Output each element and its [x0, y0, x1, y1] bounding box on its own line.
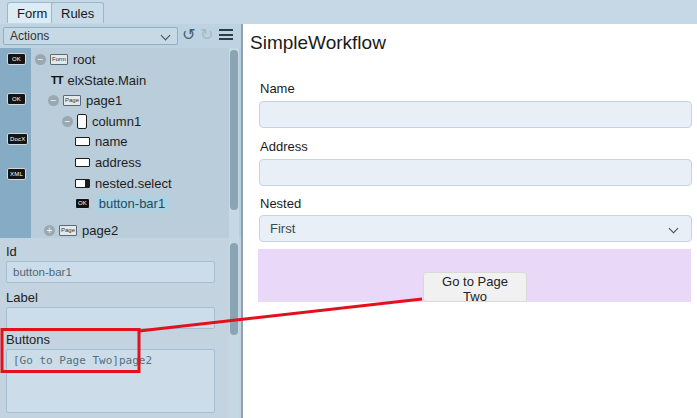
actions-toolbar: Actions ↺ ↻ [0, 24, 242, 49]
form-icon: Form [50, 54, 68, 65]
buttons-field-textarea[interactable]: [Go to Page Two]page2 [6, 349, 215, 413]
tab-rules[interactable]: Rules [51, 2, 104, 23]
page-icon: Page [59, 225, 77, 236]
tree-item-name[interactable]: name [75, 131, 128, 151]
tree-item-page2[interactable]: + Page page2 [44, 220, 118, 240]
tree-item-button-bar1[interactable]: OK button-bar1 [75, 193, 169, 213]
go-to-page-two-button[interactable]: Go to Page Two [423, 272, 527, 302]
redo-icon[interactable]: ↻ [200, 25, 213, 44]
designer-left-panel: Actions ↺ ↻ OK OK DocX XML − Form root T… [0, 24, 242, 418]
text-input-icon [75, 158, 90, 167]
actions-dropdown-label: Actions [10, 29, 49, 43]
button-bar-icon: OK [75, 198, 90, 209]
page-icon: Page [63, 95, 81, 106]
text-input-icon [75, 137, 90, 146]
chevron-down-icon [669, 224, 679, 234]
name-field-input[interactable] [259, 101, 692, 128]
tree-item-label: column1 [92, 114, 141, 129]
tree-item-page1[interactable]: − Page page1 [48, 90, 122, 110]
name-field-label: Name [260, 81, 295, 96]
collapse-toggle-icon[interactable]: − [48, 95, 59, 106]
nested-select[interactable]: First [259, 215, 692, 242]
tree-item-label: page2 [82, 223, 118, 238]
tree-scrollbar-thumb[interactable] [230, 50, 238, 210]
palette-item-xml[interactable]: XML [7, 168, 26, 180]
palette-item-ok-button[interactable]: OK [7, 53, 26, 65]
label-field-input[interactable] [6, 307, 215, 329]
chevron-down-icon [161, 31, 171, 41]
label-field-label: Label [6, 290, 38, 305]
select-input-icon [75, 179, 90, 188]
tree-item-root[interactable]: − Form root [35, 49, 95, 69]
tree-item-label: address [95, 155, 141, 170]
nested-select-value: First [270, 221, 295, 236]
buttons-field-label: Buttons [6, 332, 50, 347]
top-tab-bar: Form Rules [0, 0, 697, 25]
column-icon [77, 114, 87, 129]
form-tree: − Form root TT elxState.Main − Page page… [31, 48, 242, 238]
component-palette: OK OK DocX XML [0, 48, 32, 238]
address-field-input[interactable] [259, 159, 692, 186]
tree-item-elxstate-main[interactable]: TT elxState.Main [51, 70, 146, 90]
tree-item-label-selected: button-bar1 [95, 195, 170, 212]
tree-scrollbar[interactable] [229, 48, 239, 238]
properties-panel: Id Label Buttons [Go to Page Two]page2 [0, 238, 242, 418]
tree-item-column1[interactable]: − column1 [62, 111, 141, 131]
form-title: SimpleWorkflow [250, 32, 386, 54]
tree-item-label: name [95, 134, 128, 149]
collapse-toggle-icon[interactable]: − [35, 54, 46, 65]
id-field-input[interactable] [6, 261, 215, 283]
properties-scrollbar-thumb[interactable] [230, 243, 238, 335]
nested-field-label: Nested [260, 196, 301, 211]
id-field-label: Id [6, 244, 17, 259]
tree-item-address[interactable]: address [75, 152, 141, 172]
undo-icon[interactable]: ↺ [182, 25, 195, 44]
state-icon: TT [51, 74, 62, 86]
actions-dropdown[interactable]: Actions [3, 27, 178, 45]
form-preview-panel: SimpleWorkflow Name Address Nested First… [243, 24, 697, 418]
tree-item-label: page1 [86, 93, 122, 108]
collapse-toggle-icon[interactable]: − [62, 116, 73, 127]
tree-item-nested-select[interactable]: nested.select [75, 173, 172, 193]
palette-item-docx[interactable]: DocX [7, 133, 28, 145]
tree-item-label: root [73, 52, 95, 67]
tree-item-label: elxState.Main [67, 73, 146, 88]
properties-scrollbar[interactable] [229, 238, 239, 418]
expand-toggle-icon[interactable]: + [44, 225, 55, 236]
hamburger-menu-icon[interactable] [219, 29, 233, 43]
form-designer-window: Form Rules Actions ↺ ↻ OK OK DocX XML − … [0, 0, 697, 418]
palette-item-ok-button-bar[interactable]: OK [7, 93, 26, 105]
address-field-label: Address [260, 139, 308, 154]
tab-form[interactable]: Form [7, 2, 57, 23]
tree-item-label: nested.select [95, 176, 172, 191]
